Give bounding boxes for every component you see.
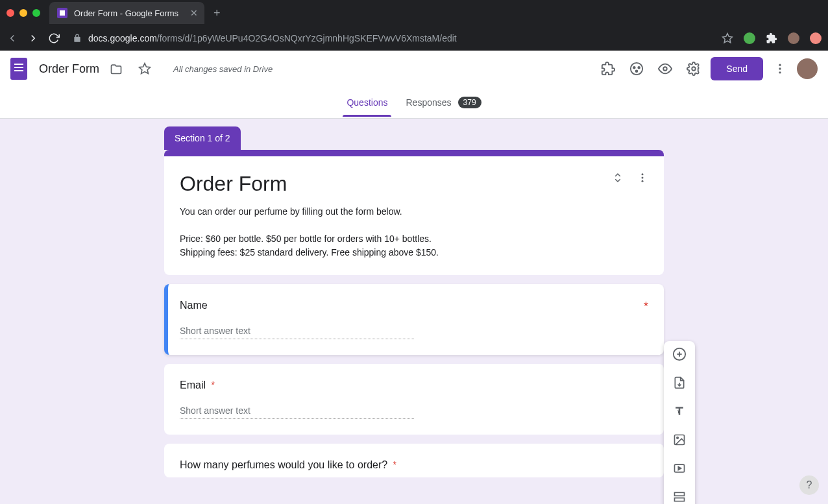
required-indicator: * xyxy=(211,379,214,390)
question-title[interactable]: Email xyxy=(180,379,206,390)
add-video-icon[interactable] xyxy=(672,461,687,476)
addons-icon[interactable] xyxy=(596,57,620,80)
form-header-card[interactable]: Order Form You can order our perfume by … xyxy=(164,150,664,275)
form-tabs-bar: Questions Responses 379 xyxy=(0,87,828,119)
reload-button[interactable] xyxy=(48,32,60,44)
svg-point-4 xyxy=(639,67,640,69)
svg-point-12 xyxy=(642,177,644,179)
tab-questions[interactable]: Questions xyxy=(347,88,387,117)
url-path: /forms/d/1p6yWeUPu4O2G4OsNQxrYzGjmnhHgSK… xyxy=(157,33,457,43)
tab-responses[interactable]: Responses xyxy=(406,88,451,117)
section-more-icon[interactable] xyxy=(637,172,648,184)
document-title[interactable]: Order Form xyxy=(39,62,99,76)
response-count-badge: 379 xyxy=(458,97,481,108)
preview-icon[interactable] xyxy=(653,57,677,80)
question-card-quantity[interactable]: How many perfumes would you like to orde… xyxy=(164,444,664,477)
required-indicator: * xyxy=(393,459,396,470)
send-button[interactable]: Send xyxy=(711,57,763,80)
svg-point-10 xyxy=(779,71,781,73)
svg-point-2 xyxy=(631,63,642,75)
form-description[interactable]: You can order our perfume by filling out… xyxy=(180,205,648,259)
form-title[interactable]: Order Form xyxy=(180,172,648,196)
bookmark-star-icon[interactable] xyxy=(722,32,733,44)
new-tab-button[interactable]: + xyxy=(213,6,221,20)
tab-close-icon[interactable]: ✕ xyxy=(190,8,198,18)
forms-logo-icon[interactable] xyxy=(10,58,27,80)
browser-tab[interactable]: Order Form - Google Forms ✕ xyxy=(49,2,204,24)
question-title[interactable]: Name xyxy=(180,300,648,311)
svg-point-7 xyxy=(692,67,696,71)
svg-point-6 xyxy=(664,67,668,71)
answer-placeholder: Short answer text xyxy=(180,326,414,339)
more-menu-icon[interactable] xyxy=(768,57,792,80)
window-minimize-button[interactable] xyxy=(19,9,27,17)
svg-point-9 xyxy=(779,67,781,69)
add-section-icon[interactable] xyxy=(672,489,687,504)
svg-point-11 xyxy=(642,173,644,175)
section-indicator[interactable]: Section 1 of 2 xyxy=(164,126,241,150)
question-card-email[interactable]: Email * Short answer text xyxy=(164,364,664,435)
move-to-folder-icon[interactable] xyxy=(104,57,128,80)
address-bar-right xyxy=(722,32,822,44)
browser-tab-bar: Order Form - Google Forms ✕ + xyxy=(0,0,828,26)
window-controls xyxy=(6,9,40,17)
url-domain: docs.google.com xyxy=(88,33,157,43)
svg-point-13 xyxy=(642,180,644,182)
window-close-button[interactable] xyxy=(6,9,14,17)
extension-icon-1[interactable] xyxy=(744,32,755,44)
question-title[interactable]: How many perfumes would you like to orde… xyxy=(180,459,387,470)
url-display[interactable]: docs.google.com/forms/d/1p6yWeUPu4O2G4Os… xyxy=(73,33,457,43)
add-image-icon[interactable] xyxy=(672,432,687,448)
form-canvas: Section 1 of 2 Order Form You can order … xyxy=(164,126,664,477)
tab-favicon xyxy=(57,8,67,18)
customize-theme-icon[interactable] xyxy=(625,57,648,80)
star-icon[interactable] xyxy=(133,57,156,80)
extension-icon-2[interactable] xyxy=(810,32,822,44)
svg-point-8 xyxy=(779,64,781,66)
add-question-icon[interactable] xyxy=(672,346,687,362)
browser-chrome: Order Form - Google Forms ✕ + docs.googl… xyxy=(0,0,828,51)
required-indicator: * xyxy=(644,300,648,313)
tab-title: Order Form - Google Forms xyxy=(74,8,178,18)
lock-icon xyxy=(73,34,82,43)
profile-avatar-small[interactable] xyxy=(788,32,799,44)
svg-marker-0 xyxy=(723,34,733,43)
help-button[interactable]: ? xyxy=(799,475,819,495)
address-bar: docs.google.com/forms/d/1p6yWeUPu4O2G4Os… xyxy=(0,26,828,51)
header-right: Send xyxy=(596,57,818,80)
account-avatar[interactable] xyxy=(797,58,818,79)
answer-placeholder: Short answer text xyxy=(180,405,414,419)
svg-point-5 xyxy=(636,70,638,72)
question-toolbar xyxy=(664,341,695,504)
import-questions-icon[interactable] xyxy=(672,375,687,390)
collapse-section-icon[interactable] xyxy=(612,172,624,184)
app-header: Order Form All changes saved in Drive Se… xyxy=(0,51,828,87)
add-title-icon[interactable] xyxy=(672,403,687,419)
svg-marker-1 xyxy=(140,64,151,74)
svg-rect-22 xyxy=(675,492,685,496)
svg-marker-21 xyxy=(678,467,681,470)
svg-point-19 xyxy=(677,437,679,439)
save-status: All changes saved in Drive xyxy=(173,64,273,74)
settings-icon[interactable] xyxy=(682,57,705,80)
forward-button[interactable] xyxy=(27,32,39,44)
window-maximize-button[interactable] xyxy=(32,9,40,17)
extensions-icon[interactable] xyxy=(766,32,777,44)
question-card-name[interactable]: * Name Short answer text xyxy=(164,284,664,355)
svg-point-3 xyxy=(633,67,635,69)
back-button[interactable] xyxy=(6,32,18,44)
svg-rect-23 xyxy=(675,498,685,501)
